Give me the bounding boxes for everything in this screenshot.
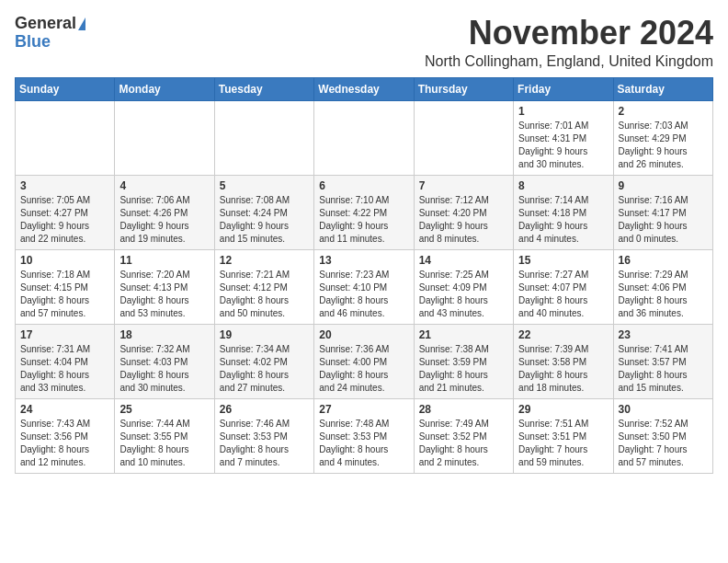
day-number: 7 <box>419 179 508 192</box>
calendar-cell: 19Sunrise: 7:34 AM Sunset: 4:02 PM Dayli… <box>214 324 313 398</box>
calendar-cell <box>214 100 313 175</box>
calendar-cell <box>115 100 214 175</box>
logo-text-general: General <box>15 15 76 33</box>
day-number: 14 <box>419 254 508 267</box>
day-info: Sunrise: 7:43 AM Sunset: 3:56 PM Dayligh… <box>20 418 109 469</box>
month-title: November 2024 <box>425 15 713 52</box>
day-info: Sunrise: 7:20 AM Sunset: 4:13 PM Dayligh… <box>119 269 209 320</box>
weekday-header: Wednesday <box>314 77 414 100</box>
calendar-cell: 23Sunrise: 7:41 AM Sunset: 3:57 PM Dayli… <box>613 324 712 398</box>
day-number: 23 <box>619 328 708 341</box>
day-info: Sunrise: 7:23 AM Sunset: 4:10 PM Dayligh… <box>319 269 408 320</box>
day-number: 15 <box>518 254 608 267</box>
weekday-header: Sunday <box>16 77 115 100</box>
day-info: Sunrise: 7:10 AM Sunset: 4:22 PM Dayligh… <box>319 194 408 246</box>
day-info: Sunrise: 7:44 AM Sunset: 3:55 PM Dayligh… <box>119 418 209 469</box>
day-number: 12 <box>220 254 309 267</box>
day-number: 21 <box>419 328 508 341</box>
logo-text-blue: Blue <box>15 33 51 52</box>
title-area: November 2024 North Collingham, England,… <box>425 15 713 70</box>
day-info: Sunrise: 7:16 AM Sunset: 4:17 PM Dayligh… <box>619 194 708 246</box>
day-number: 25 <box>119 403 209 416</box>
day-number: 20 <box>319 328 408 341</box>
day-info: Sunrise: 7:32 AM Sunset: 4:03 PM Dayligh… <box>119 343 209 395</box>
day-number: 16 <box>619 254 708 267</box>
day-info: Sunrise: 7:08 AM Sunset: 4:24 PM Dayligh… <box>220 194 309 246</box>
day-info: Sunrise: 7:34 AM Sunset: 4:02 PM Dayligh… <box>220 343 309 395</box>
calendar-cell: 16Sunrise: 7:29 AM Sunset: 4:06 PM Dayli… <box>613 249 712 324</box>
day-info: Sunrise: 7:25 AM Sunset: 4:09 PM Dayligh… <box>419 269 508 320</box>
weekday-header: Tuesday <box>214 77 313 100</box>
day-info: Sunrise: 7:14 AM Sunset: 4:18 PM Dayligh… <box>518 194 608 246</box>
weekday-header: Saturday <box>613 77 712 100</box>
calendar-cell: 2Sunrise: 7:03 AM Sunset: 4:29 PM Daylig… <box>613 100 712 175</box>
day-info: Sunrise: 7:31 AM Sunset: 4:04 PM Dayligh… <box>20 343 109 395</box>
calendar-cell: 17Sunrise: 7:31 AM Sunset: 4:04 PM Dayli… <box>16 324 115 398</box>
day-info: Sunrise: 7:39 AM Sunset: 3:58 PM Dayligh… <box>518 343 608 395</box>
day-info: Sunrise: 7:52 AM Sunset: 3:50 PM Dayligh… <box>619 418 708 469</box>
calendar-cell: 13Sunrise: 7:23 AM Sunset: 4:10 PM Dayli… <box>314 249 414 324</box>
day-info: Sunrise: 7:41 AM Sunset: 3:57 PM Dayligh… <box>619 343 708 395</box>
location: North Collingham, England, United Kingdo… <box>425 53 713 70</box>
calendar-cell: 3Sunrise: 7:05 AM Sunset: 4:27 PM Daylig… <box>16 175 115 249</box>
calendar-cell <box>414 100 513 175</box>
day-info: Sunrise: 7:06 AM Sunset: 4:26 PM Dayligh… <box>119 194 209 246</box>
calendar-cell: 27Sunrise: 7:48 AM Sunset: 3:53 PM Dayli… <box>314 398 414 473</box>
day-info: Sunrise: 7:29 AM Sunset: 4:06 PM Dayligh… <box>619 269 708 320</box>
day-number: 19 <box>220 328 309 341</box>
calendar-cell: 15Sunrise: 7:27 AM Sunset: 4:07 PM Dayli… <box>514 249 613 324</box>
day-number: 24 <box>20 403 109 416</box>
day-info: Sunrise: 7:46 AM Sunset: 3:53 PM Dayligh… <box>220 418 309 469</box>
day-number: 3 <box>20 179 109 192</box>
calendar-cell <box>16 100 115 175</box>
weekday-header: Thursday <box>414 77 513 100</box>
calendar-cell: 26Sunrise: 7:46 AM Sunset: 3:53 PM Dayli… <box>214 398 313 473</box>
day-info: Sunrise: 7:36 AM Sunset: 4:00 PM Dayligh… <box>319 343 408 395</box>
day-number: 18 <box>119 328 209 341</box>
calendar-cell: 24Sunrise: 7:43 AM Sunset: 3:56 PM Dayli… <box>16 398 115 473</box>
day-number: 13 <box>319 254 408 267</box>
day-number: 2 <box>619 105 708 118</box>
calendar-cell <box>314 100 414 175</box>
day-number: 4 <box>119 179 209 192</box>
day-info: Sunrise: 7:38 AM Sunset: 3:59 PM Dayligh… <box>419 343 508 395</box>
calendar-cell: 4Sunrise: 7:06 AM Sunset: 4:26 PM Daylig… <box>115 175 214 249</box>
calendar-cell: 20Sunrise: 7:36 AM Sunset: 4:00 PM Dayli… <box>314 324 414 398</box>
calendar-cell: 18Sunrise: 7:32 AM Sunset: 4:03 PM Dayli… <box>115 324 214 398</box>
day-number: 27 <box>319 403 408 416</box>
calendar-cell: 21Sunrise: 7:38 AM Sunset: 3:59 PM Dayli… <box>414 324 513 398</box>
day-number: 6 <box>319 179 408 192</box>
calendar-cell: 29Sunrise: 7:51 AM Sunset: 3:51 PM Dayli… <box>514 398 613 473</box>
calendar-cell: 14Sunrise: 7:25 AM Sunset: 4:09 PM Dayli… <box>414 249 513 324</box>
day-number: 29 <box>518 403 608 416</box>
day-info: Sunrise: 7:03 AM Sunset: 4:29 PM Dayligh… <box>619 120 708 171</box>
day-info: Sunrise: 7:18 AM Sunset: 4:15 PM Dayligh… <box>20 269 109 320</box>
day-info: Sunrise: 7:48 AM Sunset: 3:53 PM Dayligh… <box>319 418 408 469</box>
day-info: Sunrise: 7:51 AM Sunset: 3:51 PM Dayligh… <box>518 418 608 469</box>
day-info: Sunrise: 7:12 AM Sunset: 4:20 PM Dayligh… <box>419 194 508 246</box>
calendar-cell: 25Sunrise: 7:44 AM Sunset: 3:55 PM Dayli… <box>115 398 214 473</box>
logo: General Blue <box>15 15 85 52</box>
logo-icon <box>78 17 85 30</box>
day-number: 28 <box>419 403 508 416</box>
day-number: 26 <box>220 403 309 416</box>
day-number: 8 <box>518 179 608 192</box>
weekday-header: Monday <box>115 77 214 100</box>
calendar-cell: 1Sunrise: 7:01 AM Sunset: 4:31 PM Daylig… <box>514 100 613 175</box>
day-info: Sunrise: 7:05 AM Sunset: 4:27 PM Dayligh… <box>20 194 109 246</box>
day-number: 5 <box>220 179 309 192</box>
calendar-cell: 5Sunrise: 7:08 AM Sunset: 4:24 PM Daylig… <box>214 175 313 249</box>
day-number: 17 <box>20 328 109 341</box>
calendar-cell: 22Sunrise: 7:39 AM Sunset: 3:58 PM Dayli… <box>514 324 613 398</box>
day-number: 9 <box>619 179 708 192</box>
day-info: Sunrise: 7:27 AM Sunset: 4:07 PM Dayligh… <box>518 269 608 320</box>
calendar-cell: 8Sunrise: 7:14 AM Sunset: 4:18 PM Daylig… <box>514 175 613 249</box>
calendar-cell: 12Sunrise: 7:21 AM Sunset: 4:12 PM Dayli… <box>214 249 313 324</box>
page-header: General Blue November 2024 North Colling… <box>15 15 713 70</box>
day-info: Sunrise: 7:49 AM Sunset: 3:52 PM Dayligh… <box>419 418 508 469</box>
day-number: 22 <box>518 328 608 341</box>
day-number: 11 <box>119 254 209 267</box>
day-number: 10 <box>20 254 109 267</box>
calendar-cell: 6Sunrise: 7:10 AM Sunset: 4:22 PM Daylig… <box>314 175 414 249</box>
calendar-cell: 9Sunrise: 7:16 AM Sunset: 4:17 PM Daylig… <box>613 175 712 249</box>
